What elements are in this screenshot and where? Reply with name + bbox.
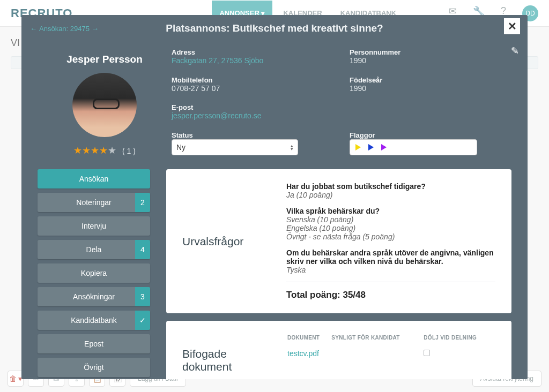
- card-title-urval: Urvalsfrågor: [182, 182, 268, 300]
- tab-kopiera[interactable]: Kopiera: [38, 263, 150, 283]
- tab-dela-label: Dela: [86, 245, 102, 254]
- tab-ovrigt[interactable]: Övrigt: [38, 358, 150, 377]
- star-icon: ★: [91, 145, 99, 156]
- doc-link[interactable]: testcv.pdf: [287, 349, 319, 358]
- badge-ansokningar: 3: [135, 287, 150, 306]
- modal-top: Jesper Persson ★★★★★ ( 1 ) Adress Fackga…: [21, 36, 528, 169]
- content-column: Urvalsfrågor Har du jobbat som butiksche…: [166, 169, 511, 379]
- info-column: Adress Fackgatan 27, 27536 Sjöbo Personn…: [172, 46, 511, 156]
- divider: [286, 282, 495, 282]
- edit-icon[interactable]: ✎: [511, 45, 519, 57]
- answer-3: Tyska: [286, 266, 495, 274]
- status-value: Ny: [176, 143, 186, 152]
- tab-noteringar-label: Noteringar: [76, 198, 111, 207]
- flag-yellow-icon: [355, 144, 361, 150]
- flag-purple-icon: [381, 144, 387, 150]
- label-status: Status: [172, 131, 333, 139]
- value-birth: 1990: [350, 84, 511, 93]
- col-hide: DÖLJ VID DELNING: [424, 335, 494, 346]
- modal-title: Platsannons: Butikschef med kreativt sin…: [21, 22, 528, 34]
- star-icon: ★: [73, 145, 82, 156]
- question-2: Vilka språk behärskar du?: [286, 207, 495, 215]
- label-email: E-post: [172, 103, 333, 111]
- answer-1: Ja (10 poäng): [286, 191, 495, 199]
- rating-count: ( 1 ): [122, 147, 136, 155]
- card-body-docs: DOKUMENT SYNLIGT FÖR KANDIDAT DÖLJ VID D…: [286, 334, 495, 373]
- candidate-avatar: [72, 73, 137, 137]
- label-address: Adress: [172, 48, 333, 56]
- question-3: Om du behärskar andra språk utöver de an…: [286, 248, 495, 266]
- answer-2b: Engelska (10 poäng): [286, 224, 495, 232]
- card-body-urval: Har du jobbat som butikschef tidigare? J…: [286, 182, 495, 300]
- tab-dela[interactable]: Dela 4: [38, 240, 150, 259]
- star-icon: ★: [82, 145, 91, 156]
- hide-checkbox[interactable]: [424, 350, 430, 356]
- col-document: DOKUMENT: [287, 335, 330, 346]
- badge-kandidatbank: ✓: [135, 311, 150, 330]
- tab-epost[interactable]: Epost: [38, 334, 150, 353]
- value-pnr: 1990: [350, 56, 511, 65]
- value-mobile: 0708-27 57 07: [172, 84, 333, 93]
- answer-2a: Svenska (10 poäng): [286, 215, 495, 224]
- label-mobile: Mobiltelefon: [172, 76, 333, 84]
- tab-ansokningar-label: Ansökningar: [73, 292, 115, 301]
- documents-table: DOKUMENT SYNLIGT FÖR KANDIDAT DÖLJ VID D…: [286, 334, 495, 361]
- total-score: Total poäng: 35/48: [286, 290, 495, 300]
- application-modal: ← Ansökan: 29475 → Platsannons: Butiksch…: [21, 15, 528, 379]
- tab-intervju[interactable]: Intervju: [38, 216, 150, 236]
- close-icon[interactable]: ✕: [504, 18, 520, 34]
- tab-ansokningar[interactable]: Ansökningar 3: [38, 287, 150, 306]
- badge-dela: 4: [135, 240, 150, 259]
- card-documents: Bifogade dokument DOKUMENT SYNLIGT FÖR K…: [166, 321, 511, 379]
- label-birth: Födelseår: [350, 76, 511, 84]
- label-flags: Flaggor: [350, 131, 511, 139]
- rating[interactable]: ★★★★★ ( 1 ): [38, 145, 172, 156]
- modal-header: ← Ansökan: 29475 → Platsannons: Butiksch…: [21, 15, 528, 36]
- tab-noteringar[interactable]: Noteringar 2: [38, 193, 150, 212]
- star-icon: ★: [99, 145, 108, 156]
- value-email[interactable]: jesper.persson@recruto.se: [172, 111, 333, 120]
- question-1: Har du jobbat som butikschef tidigare?: [286, 182, 495, 191]
- modal-overlay: ← Ansökan: 29475 → Platsannons: Butiksch…: [0, 0, 549, 392]
- chevron-updown-icon: ▴▾: [291, 144, 293, 150]
- answer-2c: Övrigt - se nästa fråga (5 poäng): [286, 232, 495, 241]
- flags-input[interactable]: [350, 139, 477, 155]
- profile-column: Jesper Persson ★★★★★ ( 1 ): [38, 46, 172, 156]
- status-select[interactable]: Ny ▴▾: [172, 139, 298, 155]
- card-title-docs: Bifogade dokument: [182, 334, 268, 373]
- col-visible: SYNLIGT FÖR KANDIDAT: [331, 335, 422, 346]
- table-row: testcv.pdf: [287, 347, 494, 360]
- tab-kandidatbank[interactable]: Kandidatbank ✓: [38, 311, 150, 330]
- card-urvalsfragor: Urvalsfrågor Har du jobbat som butiksche…: [166, 169, 511, 313]
- modal-body: Ansökan Noteringar 2 Intervju Dela 4 Kop…: [21, 169, 528, 379]
- tab-kandidatbank-label: Kandidatbank: [71, 316, 117, 325]
- flag-blue-icon: [368, 144, 374, 150]
- side-nav: Ansökan Noteringar 2 Intervju Dela 4 Kop…: [38, 169, 150, 377]
- candidate-name: Jesper Persson: [38, 54, 172, 65]
- label-pnr: Personnummer: [350, 48, 511, 56]
- value-address[interactable]: Fackgatan 27, 27536 Sjöbo: [172, 56, 333, 65]
- tab-ansokan[interactable]: Ansökan: [38, 169, 150, 189]
- badge-noteringar: 2: [135, 193, 150, 212]
- star-empty-icon: ★: [108, 145, 116, 156]
